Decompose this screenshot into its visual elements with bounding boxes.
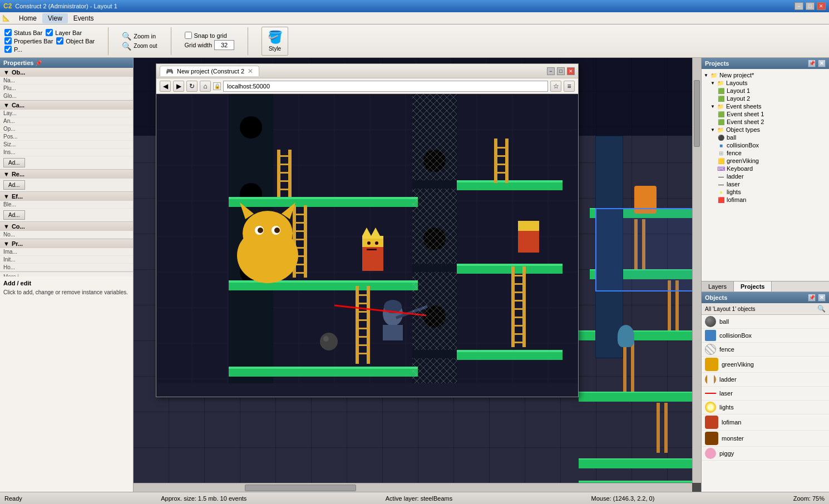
platform-4 bbox=[579, 392, 692, 402]
canvas-area[interactable]: 🎮 New project (Construct 2 ✕ − □ ✕ ◀ ▶ ↻… bbox=[134, 58, 701, 492]
status-bar-check[interactable]: Status Bar bbox=[4, 29, 42, 36]
properties-bar-check[interactable]: Properties Bar bbox=[4, 37, 53, 45]
tab-layers[interactable]: Layers bbox=[702, 281, 734, 291]
tree-item-collisionbox[interactable]: ■ collisionBox bbox=[704, 141, 827, 149]
forward-button[interactable]: ▶ bbox=[173, 81, 184, 92]
obj-row-lights[interactable]: lights bbox=[702, 401, 829, 414]
obj-row-piggy[interactable]: piggy bbox=[702, 447, 829, 461]
collisionbox-icon: ■ bbox=[717, 142, 725, 149]
close-button[interactable]: ✕ bbox=[817, 2, 826, 10]
browser-close[interactable]: ✕ bbox=[567, 67, 575, 75]
browser-minimize[interactable]: − bbox=[547, 67, 555, 75]
obj-row-collisionbox[interactable]: collisionBox bbox=[702, 329, 829, 343]
props-section-co-header[interactable]: ▼ Co... bbox=[0, 222, 133, 231]
zoom-out-label[interactable]: Zoom out bbox=[134, 43, 157, 49]
back-button[interactable]: ◀ bbox=[160, 81, 171, 92]
obj-row-greenviking[interactable]: greenViking bbox=[702, 357, 829, 373]
tree-item-event2[interactable]: 🟩 Event sheet 2 bbox=[704, 118, 827, 126]
tab-projects[interactable]: Projects bbox=[734, 281, 772, 291]
menu-button[interactable]: ≡ bbox=[564, 81, 575, 92]
right-panels: Projects 📌 ✕ ▼ 📁 New project* bbox=[701, 58, 829, 492]
extra-bar-checkbox[interactable] bbox=[4, 46, 12, 53]
browser-tab-title: New project (Construct 2 bbox=[177, 68, 244, 75]
status-bar: Ready Approx. size: 1.5 mb. 10 events Ac… bbox=[0, 492, 829, 504]
ladder-4 bbox=[657, 403, 668, 453]
status-bar-checkbox[interactable] bbox=[4, 29, 12, 36]
url-bar[interactable] bbox=[223, 81, 548, 92]
props-section-object-header[interactable]: ▼ Ob... bbox=[0, 68, 133, 77]
maximize-button[interactable]: □ bbox=[806, 2, 815, 10]
menu-events[interactable]: Events bbox=[68, 13, 100, 23]
props-section-ca-header[interactable]: ▼ Ca... bbox=[0, 101, 133, 110]
browser-tab[interactable]: 🎮 New project (Construct 2 ✕ bbox=[160, 66, 259, 76]
tree-row-event1: 🟩 Event sheet 1 bbox=[717, 111, 827, 117]
layer-bar-check[interactable]: Layer Bar bbox=[46, 29, 82, 36]
tree-item-laser[interactable]: — laser bbox=[704, 180, 827, 188]
props-section-pr-header[interactable]: ▼ Pr... bbox=[0, 239, 133, 248]
home-button[interactable]: ⌂ bbox=[200, 81, 211, 92]
layer-bar-checkbox[interactable] bbox=[46, 29, 53, 36]
props-row-size: Siz... bbox=[0, 141, 133, 149]
tree-item-layout1[interactable]: 🟩 Layout 1 bbox=[704, 87, 827, 95]
props-section-re-header[interactable]: ▼ Re... bbox=[0, 170, 133, 179]
obj-row-laser[interactable]: laser bbox=[702, 387, 829, 401]
tree-item-fence[interactable]: ⊞ fence bbox=[704, 149, 827, 157]
tree-item-layout2[interactable]: 🟩 Layout 2 bbox=[704, 95, 827, 102]
toolbar-row-3: P... bbox=[4, 46, 95, 53]
newproject-folder-icon: 📁 bbox=[710, 72, 718, 78]
menu-home[interactable]: Home bbox=[13, 13, 42, 23]
properties-bar-checkbox[interactable] bbox=[4, 37, 12, 45]
tree-item-event1[interactable]: 🟩 Event sheet 1 bbox=[704, 110, 827, 118]
ball-label: ball bbox=[727, 134, 736, 141]
canvas-scrollbar-vertical[interactable] bbox=[692, 58, 701, 483]
tree-item-eventsheets[interactable]: ▼ 📁 Event sheets bbox=[704, 102, 827, 110]
props-add-btn-2[interactable]: Ad... bbox=[3, 180, 25, 190]
props-section-object: ▼ Ob... Na... Plu... Glo... bbox=[0, 68, 133, 101]
obj-row-fence[interactable]: fence bbox=[702, 343, 829, 357]
projects-close-button[interactable]: ✕ bbox=[818, 60, 826, 67]
props-add-btn-3[interactable]: Ad... bbox=[3, 210, 25, 220]
obj-row-ladder[interactable]: ladder bbox=[702, 373, 829, 387]
browser-window[interactable]: 🎮 New project (Construct 2 ✕ − □ ✕ ◀ ▶ ↻… bbox=[156, 63, 579, 397]
tree-item-layouts[interactable]: ▼ 📁 Layouts bbox=[704, 79, 827, 87]
extra-bar-check[interactable]: P... bbox=[4, 46, 22, 53]
svg-rect-55 bbox=[356, 344, 370, 346]
tree-row-layout2: 🟩 Layout 2 bbox=[717, 95, 827, 102]
obj-row-ball[interactable]: ball bbox=[702, 315, 829, 329]
objects-close-button[interactable]: ✕ bbox=[818, 294, 826, 302]
zoom-in-label[interactable]: Zoom in bbox=[134, 33, 156, 39]
tree-item-newproject[interactable]: ▼ 📁 New project* bbox=[704, 71, 827, 79]
object-bar-checkbox[interactable] bbox=[56, 37, 63, 45]
tree-item-greenviking[interactable]: 🟨 greenViking bbox=[704, 157, 827, 165]
browser-tab-close[interactable]: ✕ bbox=[248, 67, 253, 75]
obj-row-lofiman[interactable]: lofiman bbox=[702, 414, 829, 431]
scroll-thumb-vertical[interactable] bbox=[694, 80, 700, 147]
object-bar-check[interactable]: Object Bar bbox=[56, 37, 95, 45]
minimize-button[interactable]: − bbox=[795, 2, 803, 10]
tree-item-lights[interactable]: ● lights bbox=[704, 188, 827, 196]
grid-width-input[interactable] bbox=[214, 40, 234, 50]
tree-item-ball[interactable]: ⚫ ball bbox=[704, 134, 827, 141]
window-title: Construct 2 (Administrator) - Layout 1 bbox=[15, 3, 117, 9]
obj-row-monster[interactable]: monster bbox=[702, 431, 829, 447]
snap-to-grid-checkbox[interactable] bbox=[185, 32, 192, 39]
projects-header-icons: 📌 ✕ bbox=[808, 60, 826, 67]
props-add-btn-1[interactable]: Ad... bbox=[3, 158, 25, 167]
scroll-thumb-horizontal[interactable] bbox=[245, 485, 356, 491]
props-section-ef-header[interactable]: ▼ Ef... bbox=[0, 192, 133, 201]
tree-item-ladder[interactable]: — ladder bbox=[704, 172, 827, 180]
tree-item-objecttypes[interactable]: ▼ 📁 Object types bbox=[704, 126, 827, 134]
tree-item-lofiman[interactable]: 🟥 lofiman bbox=[704, 196, 827, 204]
canvas-scrollbar-horizontal[interactable] bbox=[134, 483, 692, 492]
style-label: Style bbox=[269, 46, 281, 52]
objects-filter-icon[interactable]: 🔍 bbox=[817, 305, 826, 313]
tree-item-keyboard[interactable]: ⌨ Keyboard bbox=[704, 165, 827, 172]
style-button[interactable]: 🪣 Style bbox=[261, 27, 288, 56]
refresh-button[interactable]: ↻ bbox=[186, 81, 198, 92]
projects-pin-button[interactable]: 📌 bbox=[808, 60, 816, 67]
menu-view[interactable]: View bbox=[42, 13, 68, 23]
svg-rect-63 bbox=[511, 308, 526, 310]
objects-pin-button[interactable]: 📌 bbox=[808, 294, 816, 302]
bookmark-button[interactable]: ☆ bbox=[550, 81, 561, 92]
browser-maximize[interactable]: □ bbox=[557, 67, 565, 75]
